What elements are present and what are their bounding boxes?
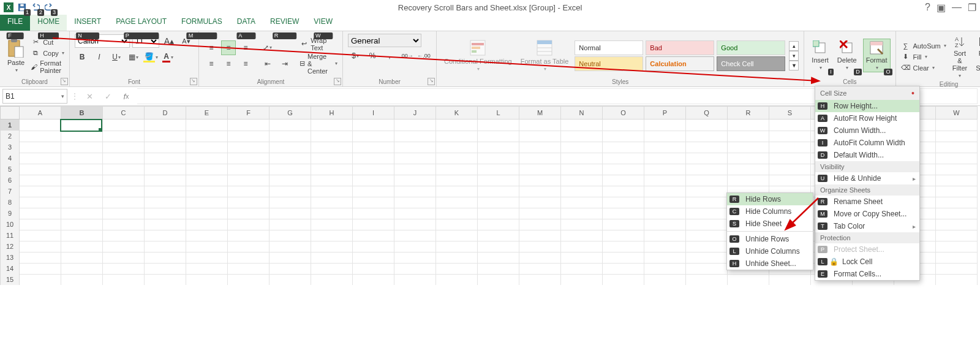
cell[interactable] [394,219,436,230]
cell[interactable] [270,252,311,264]
cell[interactable] [228,186,270,197]
cell[interactable] [145,263,186,275]
cell[interactable] [603,230,644,241]
fill-button[interactable]: ⬇Fill▾ [901,52,946,62]
cell[interactable] [519,131,561,142]
dialog-launcher-icon[interactable]: ↘ [334,78,341,85]
column-header[interactable]: C [103,106,145,120]
align-right-icon[interactable]: ≡ [238,56,253,71]
menu-tab-color[interactable]: TTab Color▸ [815,220,919,232]
cell[interactable] [311,120,353,131]
menu-unhide-columns[interactable]: LUnhide Columns [727,245,813,257]
merge-center-button[interactable]: ⊟Merge & Center▾ [300,53,337,75]
column-header[interactable]: D [145,106,186,120]
cell[interactable] [644,175,686,186]
cell[interactable] [61,153,103,164]
column-header[interactable]: S [769,106,811,120]
cell[interactable] [394,208,436,219]
tab-view[interactable]: VIEWW [306,15,340,31]
cell[interactable] [936,219,978,230]
cell[interactable] [519,274,561,285]
cell[interactable] [519,197,561,208]
cell[interactable] [394,197,436,208]
cell[interactable] [228,208,270,219]
cell[interactable] [270,186,311,197]
cell[interactable] [103,274,145,285]
cell[interactable] [769,175,811,186]
cell[interactable] [186,186,228,197]
format-as-table-button[interactable]: Format as Table▾ [518,38,571,73]
insert-function-icon[interactable]: fx [119,89,134,103]
cell[interactable] [478,208,519,219]
cell[interactable] [686,186,728,197]
cell[interactable] [270,274,311,285]
ribbon-display-options-icon[interactable]: ▣ [937,2,946,13]
cell[interactable] [478,120,519,131]
cell[interactable] [478,230,519,241]
cell[interactable] [603,120,644,131]
cell[interactable] [353,252,394,264]
cell[interactable] [769,142,811,153]
cell[interactable] [644,164,686,175]
cell[interactable] [436,252,478,264]
cell[interactable] [561,175,603,186]
cell[interactable] [311,208,353,219]
increase-indent-icon[interactable]: ⇥ [277,56,292,71]
fill-color-button[interactable]: 🪣▾ [143,50,158,64]
cell[interactable] [436,164,478,175]
cell[interactable] [270,153,311,164]
cell[interactable] [478,131,519,142]
cell[interactable] [561,186,603,197]
cell[interactable] [20,164,61,175]
cell[interactable] [270,219,311,230]
cell[interactable] [394,131,436,142]
menu-autofit-row-height[interactable]: AAutoFit Row Height [815,112,919,124]
cell[interactable] [145,197,186,208]
cell[interactable] [519,120,561,131]
cell[interactable] [936,197,978,208]
cell[interactable] [478,219,519,230]
column-header[interactable]: L [478,106,519,120]
cell[interactable] [478,153,519,164]
excel-app-icon[interactable]: X [2,1,15,13]
tab-page-layout[interactable]: PAGE LAYOUTP [108,15,174,31]
cell[interactable] [61,219,103,230]
bold-button[interactable]: B [75,50,89,64]
cell[interactable] [353,241,394,253]
name-box[interactable]: B1▾ [2,89,67,104]
cell[interactable] [603,186,644,197]
borders-button[interactable]: ▦▾ [126,50,141,64]
cell[interactable] [103,252,145,264]
cell[interactable] [61,230,103,241]
cell[interactable] [228,142,270,153]
cell[interactable] [728,142,769,153]
cell[interactable] [145,252,186,264]
cell[interactable] [353,230,394,241]
cell[interactable] [103,230,145,241]
cell[interactable] [353,164,394,175]
cell[interactable] [186,142,228,153]
row-header[interactable]: 7 [0,186,20,197]
style-neutral[interactable]: Neutral [575,56,643,71]
decrease-decimal-icon[interactable]: ←.00 [417,48,431,63]
cell[interactable] [394,186,436,197]
cell[interactable] [436,241,478,253]
increase-font-icon[interactable]: A▴ [162,34,176,48]
cell[interactable] [603,274,644,285]
column-header[interactable]: J [394,106,436,120]
tab-formulas[interactable]: FORMULASM [174,15,230,31]
cell[interactable] [561,197,603,208]
cell[interactable] [769,274,811,285]
cell[interactable] [519,164,561,175]
cell[interactable] [186,131,228,142]
cell[interactable] [478,241,519,253]
cell[interactable] [61,186,103,197]
cell[interactable] [145,120,186,131]
column-header[interactable]: P [644,106,686,120]
cell[interactable] [936,274,978,285]
underline-button[interactable]: U▾ [109,50,124,64]
cell[interactable] [603,131,644,142]
cell[interactable] [186,241,228,253]
cell[interactable] [769,120,811,131]
cell[interactable] [436,120,478,131]
